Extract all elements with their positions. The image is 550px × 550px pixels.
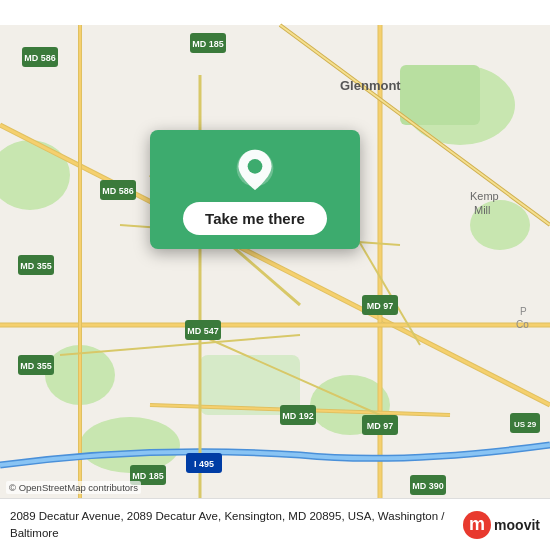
svg-text:Glenmont: Glenmont bbox=[340, 78, 401, 93]
location-card: Take me there bbox=[150, 130, 360, 249]
svg-rect-8 bbox=[400, 65, 480, 125]
svg-text:MD 586: MD 586 bbox=[24, 53, 56, 63]
take-me-there-button[interactable]: Take me there bbox=[183, 202, 327, 235]
svg-text:MD 185: MD 185 bbox=[132, 471, 164, 481]
svg-text:MD 97: MD 97 bbox=[367, 421, 394, 431]
svg-text:US 29: US 29 bbox=[514, 420, 537, 429]
svg-text:MD 355: MD 355 bbox=[20, 361, 52, 371]
map-background: MD 586 MD 185 MD 185 MD 586 MD 97 MD 97 … bbox=[0, 0, 550, 550]
osm-credit-text: © OpenStreetMap contributors bbox=[9, 482, 138, 493]
moovit-name: moovit bbox=[494, 517, 540, 533]
osm-credit: © OpenStreetMap contributors bbox=[6, 481, 141, 494]
bottom-bar: 2089 Decatur Avenue, 2089 Decatur Ave, K… bbox=[0, 498, 550, 550]
svg-text:Co: Co bbox=[516, 319, 529, 330]
address-text: 2089 Decatur Avenue, 2089 Decatur Ave, K… bbox=[10, 508, 453, 540]
svg-text:MD 355: MD 355 bbox=[20, 261, 52, 271]
svg-point-60 bbox=[248, 159, 263, 174]
svg-text:MD 192: MD 192 bbox=[282, 411, 314, 421]
svg-point-7 bbox=[80, 417, 180, 473]
svg-text:MD 586: MD 586 bbox=[102, 186, 134, 196]
svg-text:MD 185: MD 185 bbox=[192, 39, 224, 49]
svg-text:Kemp: Kemp bbox=[470, 190, 499, 202]
svg-text:MD 390: MD 390 bbox=[412, 481, 444, 491]
map-pin-icon bbox=[233, 148, 277, 192]
map-container: MD 586 MD 185 MD 185 MD 586 MD 97 MD 97 … bbox=[0, 0, 550, 550]
svg-text:Mill: Mill bbox=[474, 204, 491, 216]
svg-text:MD 97: MD 97 bbox=[367, 301, 394, 311]
svg-text:P: P bbox=[520, 306, 527, 317]
moovit-logo: m moovit bbox=[463, 511, 540, 539]
moovit-icon: m bbox=[463, 511, 491, 539]
svg-text:MD 547: MD 547 bbox=[187, 326, 219, 336]
svg-text:I 495: I 495 bbox=[194, 459, 214, 469]
